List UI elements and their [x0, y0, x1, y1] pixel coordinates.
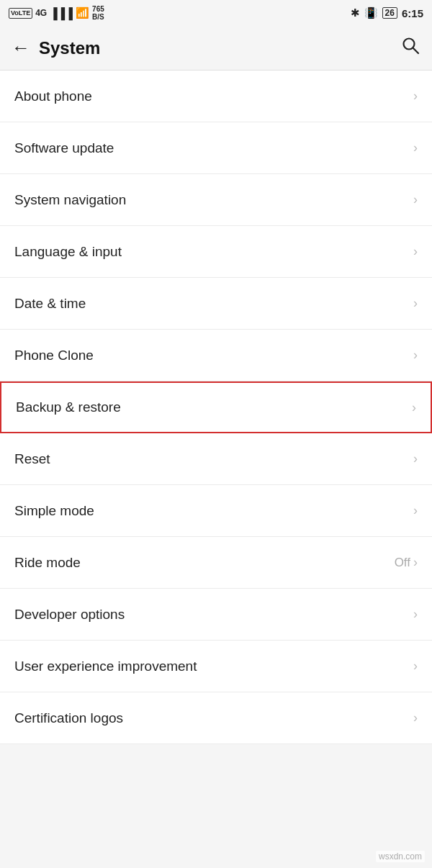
settings-item-backup-restore[interactable]: Backup & restore›	[0, 381, 432, 433]
settings-item-about-phone[interactable]: About phone›	[0, 71, 432, 122]
settings-item-label-certification-logos: Certification logos	[14, 710, 123, 726]
settings-item-label-about-phone: About phone	[14, 89, 92, 104]
page-title: System	[39, 38, 100, 58]
settings-item-right-certification-logos: ›	[413, 710, 418, 725]
vibrate-icon: 📳	[364, 6, 378, 19]
chevron-right-icon: ›	[413, 451, 418, 466]
chevron-right-icon: ›	[413, 244, 418, 259]
network-speed: 765B/S	[92, 5, 104, 21]
watermark: wsxdn.com	[376, 851, 425, 862]
settings-item-right-software-update: ›	[413, 140, 418, 155]
settings-item-label-ride-mode: Ride mode	[14, 555, 81, 571]
chevron-right-icon: ›	[413, 710, 418, 725]
settings-item-date-time[interactable]: Date & time›	[0, 278, 432, 330]
settings-item-ride-mode[interactable]: Ride modeOff›	[0, 537, 432, 589]
settings-item-system-navigation[interactable]: System navigation›	[0, 174, 432, 226]
chevron-right-icon: ›	[413, 192, 418, 207]
status-left: VoLTE 4G ▐▐▐ 📶 765B/S	[9, 5, 104, 21]
settings-item-label-backup-restore: Backup & restore	[16, 399, 121, 415]
settings-item-reset[interactable]: Reset›	[0, 433, 432, 485]
bluetooth-icon: ✱	[351, 6, 360, 19]
chevron-right-icon: ›	[413, 555, 418, 570]
settings-item-simple-mode[interactable]: Simple mode›	[0, 485, 432, 537]
settings-item-right-language-input: ›	[413, 244, 418, 259]
chevron-right-icon: ›	[413, 348, 418, 363]
settings-item-label-developer-options: Developer options	[14, 607, 125, 623]
settings-item-label-system-navigation: System navigation	[14, 192, 126, 208]
settings-item-label-user-experience: User experience improvement	[14, 659, 197, 674]
settings-item-value-ride-mode: Off	[395, 556, 410, 570]
settings-item-right-date-time: ›	[413, 296, 418, 311]
chevron-right-icon: ›	[413, 296, 418, 311]
settings-item-right-phone-clone: ›	[413, 348, 418, 363]
settings-item-right-user-experience: ›	[413, 659, 418, 674]
settings-item-right-simple-mode: ›	[413, 503, 418, 518]
settings-item-right-ride-mode: Off›	[395, 555, 418, 570]
chevron-right-icon: ›	[413, 659, 418, 674]
app-bar: ← System	[0, 26, 432, 71]
settings-item-label-software-update: Software update	[14, 140, 114, 156]
settings-item-label-language-input: Language & input	[14, 244, 122, 260]
settings-item-phone-clone[interactable]: Phone Clone›	[0, 330, 432, 381]
wifi-icon: 📶	[76, 6, 89, 19]
settings-item-language-input[interactable]: Language & input›	[0, 226, 432, 278]
svg-line-1	[413, 48, 418, 53]
signal-4g-icon: 4G	[35, 8, 47, 18]
status-bar: VoLTE 4G ▐▐▐ 📶 765B/S ✱ 📳 26 6:15	[0, 0, 432, 26]
chevron-right-icon: ›	[413, 89, 418, 104]
settings-item-right-reset: ›	[413, 451, 418, 466]
settings-item-right-backup-restore: ›	[412, 400, 416, 415]
chevron-right-icon: ›	[413, 607, 418, 622]
battery-indicator: 26	[382, 7, 397, 19]
settings-item-certification-logos[interactable]: Certification logos›	[0, 692, 432, 744]
time-display: 6:15	[402, 7, 423, 19]
settings-item-label-date-time: Date & time	[14, 296, 86, 312]
settings-item-label-phone-clone: Phone Clone	[14, 348, 94, 363]
app-bar-left: ← System	[12, 37, 100, 59]
volte-indicator: VoLTE	[9, 8, 32, 19]
signal-bars-icon: ▐▐▐	[50, 7, 73, 19]
back-button[interactable]: ←	[12, 37, 30, 59]
chevron-right-icon: ›	[412, 400, 416, 415]
settings-item-software-update[interactable]: Software update›	[0, 122, 432, 174]
settings-item-right-developer-options: ›	[413, 607, 418, 622]
chevron-right-icon: ›	[413, 503, 418, 518]
settings-item-label-reset: Reset	[14, 451, 50, 467]
chevron-right-icon: ›	[413, 140, 418, 155]
settings-item-label-simple-mode: Simple mode	[14, 503, 94, 519]
settings-list: About phone›Software update›System navig…	[0, 71, 432, 744]
status-right: ✱ 📳 26 6:15	[351, 6, 423, 19]
settings-item-right-about-phone: ›	[413, 89, 418, 104]
settings-item-right-system-navigation: ›	[413, 192, 418, 207]
settings-item-user-experience[interactable]: User experience improvement›	[0, 641, 432, 692]
settings-item-developer-options[interactable]: Developer options›	[0, 589, 432, 641]
search-button[interactable]	[400, 35, 420, 60]
